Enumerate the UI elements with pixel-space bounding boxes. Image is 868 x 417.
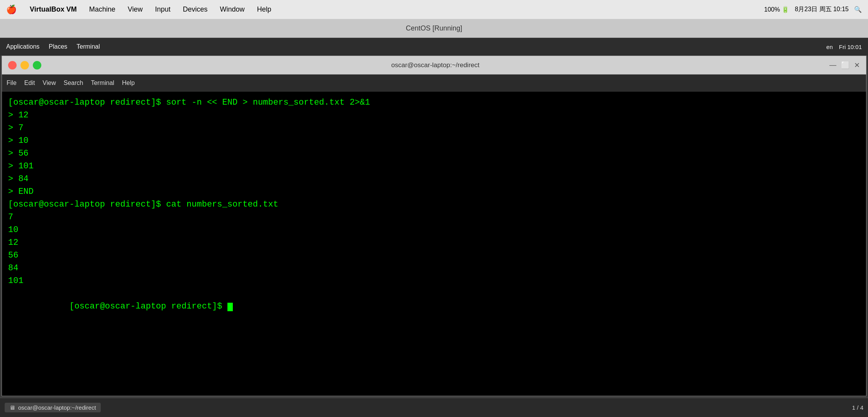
terminal-icon: 🖥 xyxy=(9,404,15,411)
centos-topbar-right: en Fri 10:01 xyxy=(826,44,862,50)
term-help-menu[interactable]: Help xyxy=(122,80,135,86)
term-search-menu[interactable]: Search xyxy=(64,80,83,86)
term-line-13: 84 xyxy=(8,262,860,275)
minimize-button[interactable] xyxy=(20,61,29,70)
centos-lang: en xyxy=(826,44,833,50)
taskbar-right: 1 / 4 xyxy=(852,404,863,411)
mac-menubar: 🍎 VirtualBox VM Machine View Input Devic… xyxy=(0,0,868,19)
term-line-3: > 10 xyxy=(8,134,860,147)
window-controls-right: — ⬜ ✕ xyxy=(829,61,860,70)
wc-close-btn[interactable]: ✕ xyxy=(854,61,860,70)
term-line-2: > 7 xyxy=(8,122,860,134)
term-line-4: > 56 xyxy=(8,147,860,160)
term-line-9: 7 xyxy=(8,211,860,224)
term-line-14: 101 xyxy=(8,275,860,287)
term-line-5: > 101 xyxy=(8,160,860,173)
vbox-titlebar: CentOS [Running] xyxy=(0,19,868,38)
apple-icon[interactable]: 🍎 xyxy=(6,5,17,15)
term-line-12: 56 xyxy=(8,249,860,262)
term-prompt: [oscar@oscar-laptop redirect]$ xyxy=(69,302,227,311)
gnome-menubar: File Edit View Search Terminal Help xyxy=(2,75,866,92)
centos-places[interactable]: Places xyxy=(49,43,67,50)
mac-menubar-right: 100% 🔋 8月23日 周五 10:15 🔍 xyxy=(764,5,862,14)
page-number: 1 / 4 xyxy=(852,404,863,411)
wc-minimize-btn[interactable]: — xyxy=(829,61,836,70)
term-line-11: 12 xyxy=(8,236,860,249)
mac-menu-view[interactable]: View xyxy=(125,5,145,14)
centos-time: Fri 10:01 xyxy=(839,44,862,50)
close-button[interactable] xyxy=(8,61,17,70)
mac-menu-machine[interactable]: Machine xyxy=(87,5,118,14)
traffic-lights xyxy=(8,61,41,70)
term-edit-menu[interactable]: Edit xyxy=(24,80,35,86)
terminal-body[interactable]: [oscar@oscar-laptop redirect]$ sort -n <… xyxy=(2,92,866,396)
main-container: 🍎 VirtualBox VM Machine View Input Devic… xyxy=(0,0,868,417)
term-prompt-line: [oscar@oscar-laptop redirect]$ xyxy=(8,287,860,325)
maximize-button[interactable] xyxy=(33,61,41,70)
taskbar-item-label: oscar@oscar-laptop:~/redirect xyxy=(18,404,96,411)
centos-terminal-menu[interactable]: Terminal xyxy=(76,43,100,50)
terminal-wrapper[interactable]: [oscar@oscar-laptop redirect]$ sort -n <… xyxy=(2,92,866,396)
taskbar-terminal-item[interactable]: 🖥 oscar@oscar-laptop:~/redirect xyxy=(5,403,101,412)
centos-topbar: Applications Places Terminal en Fri 10:0… xyxy=(0,38,868,56)
wc-restore-btn[interactable]: ⬜ xyxy=(841,61,849,70)
inner-window: oscar@oscar-laptop:~/redirect — ⬜ ✕ File… xyxy=(2,56,866,396)
mac-battery: 100% 🔋 xyxy=(764,6,789,13)
term-file-menu[interactable]: File xyxy=(7,80,17,86)
mac-datetime: 8月23日 周五 10:15 xyxy=(795,5,849,14)
vbox-title: CentOS [Running] xyxy=(406,24,462,32)
term-line-1: > 12 xyxy=(8,109,860,122)
mac-menu-virtualboxvm[interactable]: VirtualBox VM xyxy=(27,5,79,14)
term-terminal-menu[interactable]: Terminal xyxy=(91,80,114,86)
mac-menu-input[interactable]: Input xyxy=(153,5,173,14)
term-view-menu[interactable]: View xyxy=(42,80,56,86)
term-line-7: > END xyxy=(8,185,860,198)
mac-menu-window[interactable]: Window xyxy=(218,5,247,14)
window-title: oscar@oscar-laptop:~/redirect xyxy=(41,61,829,69)
term-line-10: 10 xyxy=(8,224,860,236)
term-line-8: [oscar@oscar-laptop redirect]$ cat numbe… xyxy=(8,198,860,211)
term-line-0: [oscar@oscar-laptop redirect]$ sort -n <… xyxy=(8,96,860,109)
mac-menu-devices[interactable]: Devices xyxy=(181,5,210,14)
mac-menu-help[interactable]: Help xyxy=(255,5,274,14)
mac-search-icon[interactable]: 🔍 xyxy=(854,6,862,13)
term-line-6: > 84 xyxy=(8,173,860,185)
cursor-block xyxy=(227,303,233,311)
taskbar: 🖥 oscar@oscar-laptop:~/redirect 1 / 4 xyxy=(0,398,868,417)
window-chrome: oscar@oscar-laptop:~/redirect — ⬜ ✕ xyxy=(2,56,866,75)
vm-window: Applications Places Terminal en Fri 10:0… xyxy=(0,38,868,398)
centos-applications[interactable]: Applications xyxy=(6,43,39,50)
